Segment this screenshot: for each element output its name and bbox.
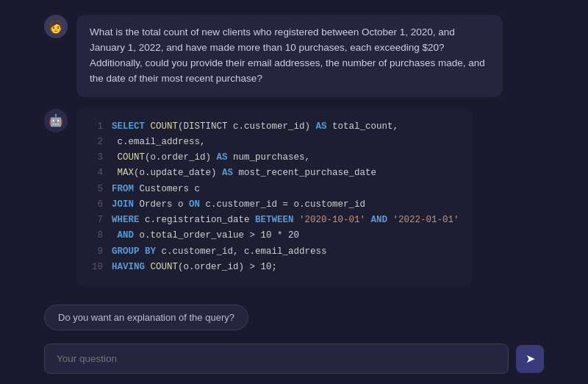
code-token: c.registration_date: [145, 215, 255, 225]
suggestion-row: Do you want an explanation of the query?: [0, 299, 588, 336]
line-number: 1: [90, 119, 103, 135]
code-token: c.customer_id = o.customer_id: [206, 199, 366, 210]
chat-container: 🧑 What is the total count of new clients…: [0, 0, 588, 299]
code-token: FROM: [112, 184, 140, 194]
code-line: 9GROUP BY c.customer_id, c.email_address: [90, 244, 459, 260]
question-input[interactable]: [44, 344, 509, 374]
line-number: 10: [90, 260, 103, 275]
code-line: 3 COUNT(o.order_id) AS num_purchases,: [90, 150, 459, 166]
code-token: most_recent_purchase_date: [239, 168, 377, 178]
code-token: Orders o: [140, 199, 190, 210]
send-button[interactable]: ➤: [516, 345, 544, 373]
code-line: 2 c.email_address,: [90, 135, 459, 150]
code-token: [112, 168, 118, 178]
code-token: SELECT: [112, 121, 151, 132]
user-message-row: 🧑 What is the total count of new clients…: [44, 15, 544, 97]
code-token: COUNT: [151, 262, 179, 272]
line-number: 5: [90, 182, 103, 197]
line-number: 9: [90, 244, 103, 260]
code-token: JOIN: [112, 199, 140, 210]
bot-avatar: 🤖: [44, 109, 68, 132]
send-icon: ➤: [526, 352, 535, 366]
code-token: AS: [222, 168, 239, 178]
line-number: 8: [90, 228, 103, 243]
code-token: (DISTINCT c.customer_id): [178, 121, 316, 132]
code-line: 10HAVING COUNT(o.order_id) > 10;: [90, 260, 459, 275]
code-token: total_count,: [332, 121, 398, 132]
code-token: c.customer_id, c.email_address: [162, 246, 327, 257]
code-token: (o.order_id) > 10;: [178, 262, 277, 272]
code-token: COUNT: [118, 152, 146, 163]
line-number: 3: [90, 150, 103, 166]
line-number: 6: [90, 197, 103, 213]
bot-message-row: 🤖 1SELECT COUNT(DISTINCT c.customer_id) …: [44, 109, 544, 286]
code-token: ON: [189, 199, 206, 210]
code-token: COUNT: [151, 121, 179, 132]
line-number: 2: [90, 135, 103, 150]
code-token: WHERE: [112, 215, 145, 225]
code-line: 8 AND o.total_order_value > 10 * 20: [90, 228, 459, 243]
code-token: '2020-10-01': [299, 215, 365, 225]
code-token: (o.update_date): [134, 168, 222, 178]
code-block: 1SELECT COUNT(DISTINCT c.customer_id) AS…: [76, 109, 473, 286]
code-token: GROUP BY: [112, 246, 162, 257]
code-token: HAVING: [112, 262, 151, 272]
code-line: 7WHERE c.registration_date BETWEEN '2020…: [90, 213, 459, 228]
code-line: 5FROM Customers c: [90, 182, 459, 197]
line-number: 4: [90, 166, 103, 181]
user-message-bubble: What is the total count of new clients w…: [76, 15, 503, 97]
code-line: 1SELECT COUNT(DISTINCT c.customer_id) AS…: [90, 119, 459, 135]
code-token: Customers c: [140, 184, 201, 194]
code-token: AND: [365, 215, 393, 225]
line-number: 7: [90, 213, 103, 228]
code-token: (o.order_id): [145, 152, 217, 163]
user-message-text: What is the total count of new clients w…: [90, 26, 485, 84]
code-token: c.email_address,: [112, 137, 206, 147]
code-line: 4 MAX(o.update_date) AS most_recent_purc…: [90, 166, 459, 181]
code-token: o.total_order_value > 10 * 20: [140, 230, 300, 241]
code-token: AS: [217, 152, 234, 163]
code-line: 6JOIN Orders o ON c.customer_id = o.cust…: [90, 197, 459, 213]
code-token: AS: [316, 121, 333, 132]
code-token: [112, 152, 118, 163]
code-token: MAX: [118, 168, 135, 178]
code-token: num_purchases,: [233, 152, 310, 163]
input-row: ➤: [0, 336, 588, 384]
suggestion-button[interactable]: Do you want an explanation of the query?: [44, 305, 248, 330]
code-token: AND: [112, 230, 140, 241]
code-token: BETWEEN: [255, 215, 299, 225]
user-avatar: 🧑: [44, 15, 68, 38]
code-token: '2022-01-01': [393, 215, 459, 225]
